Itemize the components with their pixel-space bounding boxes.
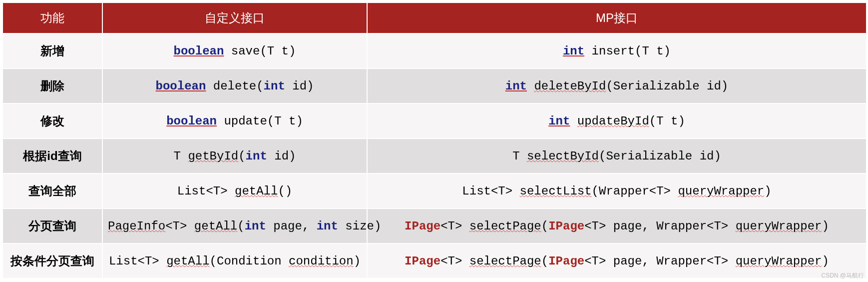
mp-api-cell: int insert(T t) <box>367 34 867 68</box>
mp-api-cell: T selectById(Serializable id) <box>367 138 867 174</box>
custom-api-cell: boolean update(T t) <box>102 104 367 138</box>
feature-cell: 删除 <box>2 68 102 104</box>
mp-api-cell: IPage<T> selectPage(IPage<T> page, Wrapp… <box>367 244 867 278</box>
custom-api-cell: T getById(int id) <box>102 138 367 174</box>
custom-api-cell: boolean save(T t) <box>102 34 367 68</box>
feature-cell: 根据id查询 <box>2 138 102 174</box>
header-feature: 功能 <box>2 2 102 34</box>
feature-cell: 修改 <box>2 104 102 138</box>
watermark: CSDN @马航行 <box>821 272 864 280</box>
table-row: 修改boolean update(T t)int updateById(T t) <box>2 104 867 138</box>
feature-cell: 查询全部 <box>2 174 102 208</box>
header-custom: 自定义接口 <box>102 2 367 34</box>
mp-api-cell: List<T> selectList(Wrapper<T> queryWrapp… <box>367 174 867 208</box>
table-header-row: 功能 自定义接口 MP接口 <box>2 2 867 34</box>
custom-api-cell: boolean delete(int id) <box>102 68 367 104</box>
feature-cell: 新增 <box>2 34 102 68</box>
custom-api-cell: List<T> getAll() <box>102 174 367 208</box>
table-row: 按条件分页查询List<T> getAll(Condition conditio… <box>2 244 867 278</box>
custom-api-cell: PageInfo<T> getAll(int page, int size) <box>102 208 367 244</box>
table-row: 根据id查询T getById(int id)T selectById(Seri… <box>2 138 867 174</box>
table-row: 新增boolean save(T t)int insert(T t) <box>2 34 867 68</box>
comparison-table: 功能 自定义接口 MP接口 新增boolean save(T t)int ins… <box>2 2 867 279</box>
mp-api-cell: int deleteById(Serializable id) <box>367 68 867 104</box>
header-mp: MP接口 <box>367 2 867 34</box>
custom-api-cell: List<T> getAll(Condition condition) <box>102 244 367 278</box>
mp-api-cell: IPage<T> selectPage(IPage<T> page, Wrapp… <box>367 208 867 244</box>
mp-api-cell: int updateById(T t) <box>367 104 867 138</box>
table-row: 查询全部List<T> getAll()List<T> selectList(W… <box>2 174 867 208</box>
table-row: 分页查询PageInfo<T> getAll(int page, int siz… <box>2 208 867 244</box>
feature-cell: 按条件分页查询 <box>2 244 102 278</box>
feature-cell: 分页查询 <box>2 208 102 244</box>
table-row: 删除boolean delete(int id)int deleteById(S… <box>2 68 867 104</box>
